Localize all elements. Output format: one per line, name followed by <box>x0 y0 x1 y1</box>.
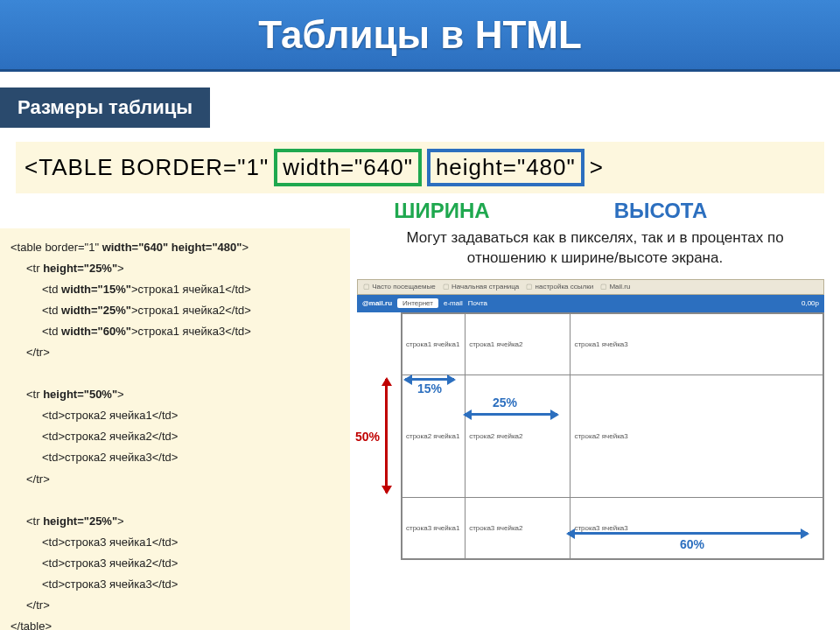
code-line <box>10 363 343 384</box>
code-line: <tr height="25%"> <box>10 511 343 532</box>
code-line: <td width="60%">строка1 ячейка3</td> <box>10 321 343 342</box>
description-text: Могут задаваться как в пикселях, так и в… <box>350 228 840 276</box>
demo-table: строка1 ячейка1строка1 ячейка2строка1 яч… <box>402 313 823 559</box>
bookmark-item: Начальная страница <box>443 283 520 290</box>
code-line: </tr> <box>10 342 343 363</box>
mail-toolbar: @mail.ru Интернет e-mail Почта 0,00р <box>357 295 824 312</box>
arrow-col-15 <box>405 378 454 381</box>
demo-cell: строка1 ячейка1 <box>402 313 466 374</box>
code-line: <tr height="50%"> <box>10 384 343 405</box>
code-line: <td width="15%">строка1 ячейка1</td> <box>10 279 343 300</box>
code-line: <tr height="25%"> <box>10 258 343 279</box>
tag-suffix: > <box>590 154 604 181</box>
pct-60: 60% <box>680 537 704 551</box>
code-line: <td width="25%">строка1 ячейка2</td> <box>10 300 343 321</box>
bookmark-item: Часто посещаемые <box>363 283 436 290</box>
label-width: ШИРИНА <box>332 199 551 223</box>
code-line: </tr> <box>10 595 343 616</box>
code-line: </table> <box>10 616 343 630</box>
code-line: <td>строка2 ячейка1</td> <box>10 405 343 426</box>
label-height: ВЫСОТА <box>551 199 770 223</box>
code-line: <td>строка3 ячейка2</td> <box>10 553 343 574</box>
mail-item: Почта <box>468 299 487 307</box>
tag-prefix: <TABLE BORDER="1" <box>24 154 269 181</box>
demo-cell: строка1 ячейка3 <box>570 313 823 374</box>
code-listing: <table border="1" width="640" height="48… <box>0 228 350 630</box>
demo-table-wrap: строка1 ячейка1строка1 ячейка2строка1 яч… <box>401 312 824 560</box>
pct-50: 50% <box>355 430 380 444</box>
title-bar: Таблицы в HTML <box>0 0 840 72</box>
pct-15: 15% <box>417 382 442 396</box>
demo-cell: строка3 ячейка2 <box>466 497 570 558</box>
bookmarks-bar: Часто посещаемыеНачальная страницанастро… <box>357 279 824 295</box>
code-line: <td>строка3 ячейка3</td> <box>10 574 343 595</box>
mail-balance: 0,00р <box>802 299 819 307</box>
height-attr-box: height="480" <box>427 149 584 186</box>
width-attr-box: width="640" <box>274 149 422 186</box>
code-line: <table border="1" width="640" height="48… <box>10 237 343 258</box>
pct-25: 25% <box>493 396 517 410</box>
section-subhead: Размеры таблицы <box>0 88 210 128</box>
code-line: <td>строка2 ячейка3</td> <box>10 447 343 468</box>
width-height-labels: ШИРИНА ВЫСОТА <box>0 199 824 223</box>
mail-logo: @mail.ru <box>362 299 392 307</box>
code-line: <td>строка3 ячейка1</td> <box>10 532 343 553</box>
arrow-row-50 <box>385 379 388 493</box>
demo-cell: строка1 ячейка2 <box>466 313 570 374</box>
code-line: <td>строка2 ячейка2</td> <box>10 426 343 447</box>
bookmark-item: Mail.ru <box>600 283 630 290</box>
browser-preview: Часто посещаемыеНачальная страницанастро… <box>350 276 840 630</box>
demo-cell: строка3 ячейка1 <box>402 497 466 558</box>
demo-cell: строка2 ячейка3 <box>570 374 823 497</box>
arrow-col-60 <box>568 532 808 535</box>
code-line <box>10 490 343 511</box>
mail-item: Интернет <box>397 298 438 308</box>
mail-item: e-mail <box>444 299 463 307</box>
bookmark-item: настройка ссылки <box>526 283 593 290</box>
attribute-code-line: <TABLE BORDER="1" width="640" height="48… <box>16 142 824 193</box>
slide-title: Таблицы в HTML <box>258 13 582 57</box>
demo-cell: строка2 ячейка2 <box>466 374 570 497</box>
arrow-col-25 <box>465 413 557 416</box>
code-line: </tr> <box>10 469 343 490</box>
